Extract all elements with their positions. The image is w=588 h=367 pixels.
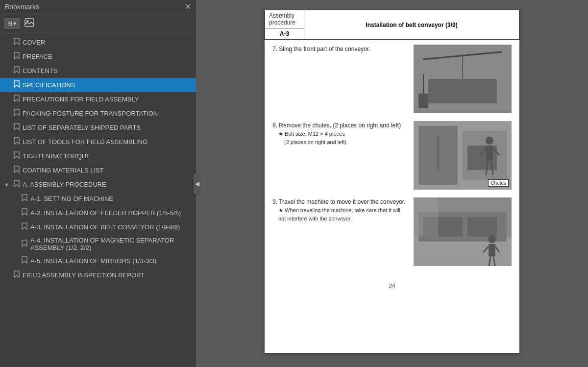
- crane-illustration: [414, 45, 512, 113]
- bookmark-item-field-inspection[interactable]: FIELD ASSEMBLY INSPECTION REPORT: [0, 268, 196, 282]
- bookmark-flag-icon: [14, 52, 20, 61]
- svg-rect-5: [428, 79, 497, 103]
- content-panel: Assembly procedure Installation of belt …: [196, 0, 588, 367]
- bookmark-flag-icon: [14, 123, 20, 132]
- bookmark-label: TIGHTENING TORQUE: [23, 152, 91, 160]
- svg-rect-0: [25, 19, 34, 26]
- instruction-9: 9. Travel the machine to move it over th…: [272, 197, 512, 266]
- bookmark-flag-icon: [22, 194, 27, 203]
- bookmark-label: A-4. INSTALLATION OF MAGNETIC SEPARATOR …: [30, 237, 191, 251]
- bookmark-item-list-parts[interactable]: LIST OF SEPARATELY SHIPPED PARTS: [0, 121, 196, 135]
- page-footer: 24: [265, 279, 519, 294]
- bookmark-item-preface[interactable]: PREFACE: [0, 49, 196, 64]
- instruction-7-content: Sling the front part of the conveyor.: [279, 46, 370, 52]
- collapse-arrow-icon: ◀: [195, 180, 199, 187]
- instruction-9-content: 9. Travel the machine to move it over th…: [272, 197, 408, 206]
- instruction-8-content: 8. Remove the chutes. (2 places on right…: [272, 121, 408, 130]
- bookmark-flag-icon: [22, 240, 27, 249]
- bookmark-flag-icon: [14, 80, 20, 90]
- bookmark-flag-icon: [14, 66, 20, 75]
- svg-point-25: [488, 235, 496, 243]
- svg-rect-6: [418, 94, 428, 108]
- bookmark-item-assembly-proc[interactable]: ▼A. ASSEMBLY PROCEDURE: [0, 177, 196, 192]
- instruction-8-main: Remove the chutes. (2 places on right an…: [279, 122, 401, 129]
- view-options-button[interactable]: ⊞ ▾: [4, 18, 20, 29]
- instruction-7-row: 7. Sling the front part of the conveyor.: [272, 45, 512, 113]
- bookmark-item-specifications[interactable]: SPECIFICATIONS: [0, 78, 196, 92]
- dropdown-arrow-icon: ▾: [13, 20, 16, 27]
- instruction-9-note1: When traveling the machine, take care th…: [272, 206, 408, 222]
- page-header-table: Assembly procedure Installation of belt …: [265, 10, 519, 40]
- bookmark-label: A-3. INSTALLATION OF BELT CONVEYOR (1/9-…: [30, 223, 180, 231]
- sidebar-toolbar: ⊞ ▾: [0, 14, 196, 33]
- bookmark-item-a3[interactable]: A-3. INSTALLATION OF BELT CONVEYOR (1/9-…: [0, 220, 196, 234]
- bookmark-list: COVERPREFACECONTENTSSPECIFICATIONSPRECAU…: [0, 33, 196, 367]
- instruction-8-image: Chutes: [414, 121, 512, 190]
- page-number: 24: [389, 283, 395, 290]
- instruction-8-note2: (2 places on right and left): [272, 138, 408, 147]
- bookmark-item-packing[interactable]: PACKING POSTURE FOR TRANSPORTATION: [0, 106, 196, 121]
- bookmark-flag-icon: [22, 256, 27, 266]
- bookmark-item-a5[interactable]: A-5. INSTALLATION OF MIRRORS (1/3-3/3): [0, 254, 196, 268]
- bookmark-item-tightening[interactable]: TIGHTENING TORQUE: [0, 149, 196, 163]
- page-title: Installation of belt conveyor (3/9): [304, 10, 519, 40]
- instruction-9-number: 9.: [272, 198, 279, 205]
- bookmark-label: PRECAUTIONS FOR FIELD ASSEMBLY: [23, 96, 139, 103]
- bookmark-flag-icon: [14, 95, 20, 104]
- chutes-label: Chutes: [488, 179, 509, 187]
- close-button[interactable]: ✕: [185, 3, 191, 11]
- image-view-button[interactable]: [23, 17, 36, 30]
- bookmark-item-cover[interactable]: COVER: [0, 35, 196, 49]
- bookmark-item-coating[interactable]: COATING MATERIALS LIST: [0, 163, 196, 177]
- bookmark-flag-icon: [14, 180, 20, 189]
- instruction-8: 8. Remove the chutes. (2 places on right…: [272, 121, 512, 190]
- bookmark-flag-icon: [14, 270, 20, 280]
- svg-rect-26: [489, 244, 495, 256]
- page-container: Assembly procedure Installation of belt …: [265, 10, 519, 353]
- instruction-8-note1: Bolt size: M12 × 4 pieces: [272, 130, 408, 138]
- instruction-9-main: Travel the machine to move it over the c…: [279, 198, 405, 205]
- instruction-7-number: 7.: [272, 46, 279, 52]
- bookmark-item-a2[interactable]: A-2. INSTALLATION OF FEEDER HOPPER (1/5-…: [0, 206, 196, 220]
- machine-illustration: [414, 197, 512, 266]
- bookmark-label: A-1. SETTING OF MACHINE: [30, 195, 113, 202]
- instruction-7-text: 7. Sling the front part of the conveyor.: [272, 45, 408, 113]
- bookmark-item-contents[interactable]: CONTENTS: [0, 64, 196, 78]
- bookmark-label: COATING MATERIALS LIST: [23, 167, 104, 174]
- bookmark-label: PREFACE: [23, 53, 52, 60]
- bookmark-flag-icon: [14, 38, 20, 47]
- sidebar-title: Bookmarks: [5, 3, 39, 11]
- bookmark-item-list-tools[interactable]: LIST OF TOOLS FOR FIELD ASSEMBLING: [0, 135, 196, 149]
- instruction-9-row: 9. Travel the machine to move it over th…: [272, 197, 512, 266]
- bookmark-label: A. ASSEMBLY PROCEDURE: [23, 181, 106, 188]
- bookmark-label: FIELD ASSEMBLY INSPECTION REPORT: [23, 271, 145, 279]
- bookmark-flag-icon: [22, 222, 27, 232]
- bookmark-flag-icon: [14, 137, 20, 147]
- image-icon: [24, 18, 34, 27]
- bookmark-item-precautions[interactable]: PRECAUTIONS FOR FIELD ASSEMBLY: [0, 92, 196, 106]
- bookmark-label: LIST OF TOOLS FOR FIELD ASSEMBLING: [23, 138, 147, 146]
- bookmark-label: COVER: [23, 39, 45, 46]
- bookmark-flag-icon: [14, 166, 20, 175]
- grid-icon: ⊞: [7, 20, 12, 27]
- bookmark-label: LIST OF SEPARATELY SHIPPED PARTS: [23, 124, 141, 131]
- bookmark-flag-icon: [14, 151, 20, 161]
- sidebar-header: Bookmarks ✕: [0, 0, 196, 14]
- bookmark-label: CONTENTS: [23, 67, 58, 74]
- collapse-handle[interactable]: ◀: [194, 174, 200, 194]
- instruction-7: 7. Sling the front part of the conveyor.: [272, 45, 512, 113]
- bookmark-label: A-2. INSTALLATION OF FEEDER HOPPER (1/5-…: [30, 209, 181, 217]
- svg-point-13: [486, 137, 493, 145]
- instruction-8-text: 8. Remove the chutes. (2 places on right…: [272, 121, 408, 190]
- bookmark-flag-icon: [14, 109, 20, 118]
- sidebar: Bookmarks ✕ ⊞ ▾ COVERPREFACECONTENTSSPEC…: [0, 0, 196, 367]
- svg-rect-14: [486, 146, 493, 160]
- bookmark-label: PACKING POSTURE FOR TRANSPORTATION: [23, 110, 158, 117]
- svg-rect-24: [414, 197, 438, 237]
- bookmark-label: SPECIFICATIONS: [23, 81, 75, 89]
- bookmark-item-a1[interactable]: A-1. SETTING OF MACHINE: [0, 192, 196, 206]
- bookmark-item-a4[interactable]: A-4. INSTALLATION OF MAGNETIC SEPARATOR …: [0, 234, 196, 254]
- instruction-9-text: 9. Travel the machine to move it over th…: [272, 197, 408, 266]
- instruction-9-image: [414, 197, 512, 266]
- expand-arrow-icon: ▼: [4, 182, 11, 188]
